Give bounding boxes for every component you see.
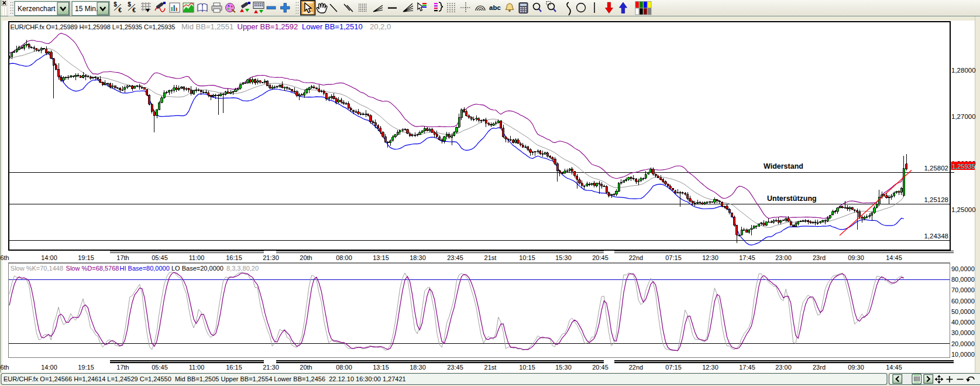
svg-text:€: € — [132, 7, 136, 13]
svg-text:17th: 17th — [116, 364, 129, 371]
svg-text:80,0000: 80,0000 — [951, 276, 975, 283]
svg-text:Slow %K=70,1448: Slow %K=70,1448 — [11, 265, 63, 272]
svg-text:09:30: 09:30 — [848, 364, 864, 371]
svg-text:23:45: 23:45 — [447, 254, 463, 261]
svg-text:09:30: 09:30 — [848, 254, 864, 261]
svg-text:8,3,3,80,20: 8,3,3,80,20 — [226, 265, 259, 272]
svg-text:21:30: 21:30 — [263, 254, 279, 261]
svg-text:20:45: 20:45 — [592, 364, 608, 371]
svg-text:17:45: 17:45 — [739, 254, 755, 261]
svg-text:21st: 21st — [484, 364, 497, 371]
svg-text:21:30: 21:30 — [263, 364, 279, 371]
svg-text:14:45: 14:45 — [886, 254, 902, 261]
svg-text:14:45: 14:45 — [886, 364, 902, 371]
svg-text:Upper BB=1,2592: Upper BB=1,2592 — [238, 22, 298, 31]
svg-text:15:30: 15:30 — [555, 364, 572, 371]
svg-text:14:00: 14:00 — [41, 254, 57, 261]
svg-text:Widerstand: Widerstand — [764, 162, 803, 170]
svg-text:20th: 20th — [300, 254, 312, 261]
svg-text:19:15: 19:15 — [78, 254, 94, 261]
svg-text:abc: abc — [489, 4, 501, 11]
svg-text:30,0000: 30,0000 — [951, 329, 975, 336]
svg-text:08:00: 08:00 — [336, 254, 352, 261]
svg-text:LO Base=20,0000: LO Base=20,0000 — [171, 265, 223, 272]
svg-text:22nd: 22nd — [629, 364, 643, 371]
svg-text:20,0000: 20,0000 — [951, 340, 975, 347]
svg-text:21st: 21st — [484, 254, 497, 261]
svg-text:23:00: 23:00 — [775, 254, 792, 261]
svg-text:EUR/CHF.fx O=1,24566 H=1,24614: EUR/CHF.fx O=1,24566 H=1,24614 L=1,24529… — [4, 375, 406, 382]
svg-text:1,25935: 1,25935 — [952, 163, 975, 170]
svg-text:12:30: 12:30 — [702, 364, 718, 371]
svg-text:EUR/CHF.fx O=1,25989 H=1,25998: EUR/CHF.fx O=1,25989 H=1,25998 L=1,25935… — [11, 23, 176, 30]
svg-text:Unterstützung: Unterstützung — [767, 194, 817, 203]
svg-text:10,0000: 10,0000 — [951, 351, 975, 358]
svg-text:18:30: 18:30 — [410, 364, 426, 371]
svg-text:10:15: 10:15 — [519, 364, 535, 371]
svg-text:60,0000: 60,0000 — [951, 298, 975, 305]
svg-text:40,0000: 40,0000 — [951, 319, 975, 326]
svg-text:20th: 20th — [300, 364, 312, 371]
svg-text:15:30: 15:30 — [555, 254, 572, 261]
svg-text:17:45: 17:45 — [739, 364, 755, 371]
svg-text:07:15: 07:15 — [665, 254, 682, 261]
svg-text:16th: 16th — [0, 254, 9, 261]
svg-text:23rd: 23rd — [813, 254, 826, 261]
svg-text:1,28000: 1,28000 — [951, 67, 976, 74]
svg-text:15 Min.: 15 Min. — [75, 5, 98, 13]
svg-text:16:15: 16:15 — [226, 254, 242, 261]
svg-text:50,0000: 50,0000 — [951, 308, 975, 315]
svg-text:Kerzenchart: Kerzenchart — [18, 5, 56, 13]
svg-text:05:45: 05:45 — [152, 364, 168, 371]
svg-text:12:30: 12:30 — [702, 254, 718, 261]
svg-text:13:15: 13:15 — [373, 254, 389, 261]
svg-text:Slow %D=68,5768: Slow %D=68,5768 — [66, 265, 119, 272]
svg-text:14:00: 14:00 — [41, 364, 57, 371]
svg-text:90,0000: 90,0000 — [951, 265, 975, 272]
svg-text:70,0000: 70,0000 — [951, 286, 975, 293]
svg-text:22nd: 22nd — [629, 254, 643, 261]
svg-text:23rd: 23rd — [813, 364, 826, 371]
svg-text:€: € — [118, 7, 122, 13]
svg-text:17th: 17th — [116, 254, 129, 261]
svg-text:1,25128: 1,25128 — [924, 196, 948, 203]
svg-text:11:00: 11:00 — [189, 364, 205, 371]
svg-text:16:15: 16:15 — [226, 364, 242, 371]
svg-text:$: $ — [128, 1, 131, 8]
svg-text:HI Base=80,0000: HI Base=80,0000 — [120, 265, 170, 272]
svg-text:1,27000: 1,27000 — [951, 113, 976, 120]
svg-text:18:30: 18:30 — [410, 254, 426, 261]
svg-text:19:15: 19:15 — [78, 364, 94, 371]
svg-text:Mid BB=1,2551: Mid BB=1,2551 — [181, 22, 233, 31]
svg-text:1,25000: 1,25000 — [951, 206, 976, 213]
svg-text:08:00: 08:00 — [336, 364, 352, 371]
svg-text:10:15: 10:15 — [519, 254, 535, 261]
svg-text:20:45: 20:45 — [592, 254, 608, 261]
svg-text:11:00: 11:00 — [189, 254, 205, 261]
svg-text:05:45: 05:45 — [152, 254, 168, 261]
svg-text:23:00: 23:00 — [775, 364, 792, 371]
svg-text:13:15: 13:15 — [373, 364, 389, 371]
svg-text:1,24348: 1,24348 — [924, 233, 948, 240]
svg-text:16th: 16th — [0, 364, 9, 371]
svg-text:23:45: 23:45 — [447, 364, 463, 371]
svg-text:1,25802: 1,25802 — [924, 165, 948, 172]
svg-text:07:15: 07:15 — [665, 364, 682, 371]
svg-text:$: $ — [114, 1, 117, 8]
svg-text:20,2,0: 20,2,0 — [370, 22, 391, 31]
svg-text:Lower BB=1,2510: Lower BB=1,2510 — [302, 22, 363, 31]
